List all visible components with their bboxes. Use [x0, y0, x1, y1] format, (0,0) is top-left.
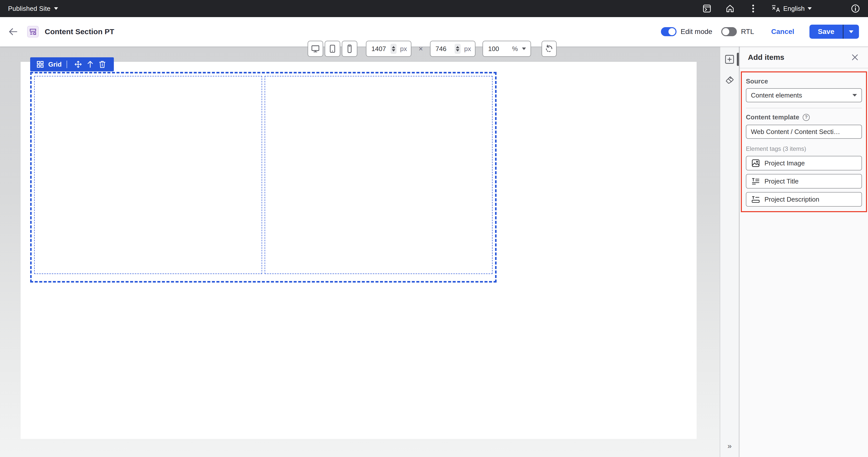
add-items-tab[interactable]	[723, 53, 736, 65]
info-icon[interactable]	[851, 4, 860, 13]
source-label: Source	[746, 78, 862, 85]
toolbar-divider	[67, 61, 67, 68]
height-input[interactable]: 746 px	[430, 41, 475, 57]
content-template-label: Content template	[746, 113, 799, 121]
height-value[interactable]: 746	[435, 45, 453, 53]
toggle-knob	[722, 28, 729, 35]
language-selector[interactable]: English	[771, 4, 812, 13]
stepper-down-icon[interactable]	[392, 49, 395, 52]
chevron-down-icon	[522, 48, 526, 50]
description-icon	[751, 195, 760, 204]
section-divider	[746, 108, 862, 108]
element-tags-label: Element tags (3 items)	[746, 145, 862, 152]
height-unit: px	[464, 45, 471, 53]
grid-columns	[34, 76, 493, 274]
zoom-unit: %	[512, 45, 518, 53]
desktop-preview-button[interactable]	[308, 41, 323, 57]
chevron-down-icon	[849, 30, 854, 33]
panel-header: Add items	[740, 47, 868, 68]
dimension-separator: ×	[418, 44, 423, 53]
applications-menu-icon[interactable]	[703, 4, 711, 13]
width-input[interactable]: 1407 px	[366, 41, 411, 57]
source-selected-value: Content elements	[751, 91, 802, 99]
source-select[interactable]: Content elements	[746, 88, 862, 102]
height-stepper[interactable]	[455, 44, 461, 54]
mobile-preview-button[interactable]	[342, 41, 358, 57]
help-icon[interactable]: ?	[803, 114, 810, 121]
cancel-button[interactable]: Cancel	[771, 28, 794, 36]
trash-icon[interactable]	[98, 60, 107, 69]
panel-title: Add items	[748, 53, 784, 62]
grid-column-2[interactable]	[265, 76, 493, 274]
tablet-preview-button[interactable]	[325, 41, 340, 57]
zoom-value: 100	[488, 45, 499, 53]
edit-mode-toggle[interactable]	[661, 27, 677, 36]
chevron-down-icon	[852, 94, 857, 96]
element-tag-label: Project Title	[765, 178, 799, 185]
kebab-menu-icon[interactable]	[749, 4, 758, 13]
stepper-down-icon[interactable]	[456, 49, 459, 52]
language-label: English	[783, 5, 805, 12]
site-selector[interactable]: Published Site	[8, 5, 58, 12]
stepper-up-icon[interactable]	[456, 46, 459, 48]
add-items-panel: Add items Source Content elements Conten…	[740, 47, 868, 457]
save-button[interactable]: Save	[809, 25, 843, 39]
content-template-input[interactable]: Web Content / Content Secti…	[746, 125, 862, 139]
element-tag-label: Project Image	[765, 159, 805, 167]
close-icon[interactable]	[850, 52, 860, 62]
chevron-down-icon	[808, 7, 812, 10]
translate-icon	[771, 4, 780, 13]
content-template-label-row: Content template ?	[746, 113, 862, 121]
topbar-actions: English	[703, 4, 860, 13]
width-stepper[interactable]	[391, 44, 397, 54]
chevron-down-icon	[54, 7, 58, 10]
title-icon	[751, 177, 760, 185]
zoom-select[interactable]: 100 %	[483, 41, 531, 57]
page-design-options-tab[interactable]	[723, 74, 736, 87]
rotate-viewport-button[interactable]	[541, 41, 557, 57]
viewport-controls: 1407 px × 746 px 100 %	[308, 41, 557, 57]
element-tag-project-title[interactable]: Project Title	[746, 174, 862, 188]
collapse-panel-icon[interactable]: »	[723, 440, 736, 452]
width-value[interactable]: 1407	[371, 45, 389, 53]
move-handle-icon[interactable]	[74, 60, 83, 69]
grid-icon	[36, 60, 45, 69]
toggle-knob	[669, 28, 676, 35]
toolbar-left-group: Content Section PT	[7, 17, 114, 46]
editor-workspace: Grid	[0, 47, 868, 457]
page-template-icon	[27, 26, 39, 37]
grid-element-toolbar: Grid	[30, 57, 114, 71]
toolbar-right-group: Edit mode RTL Cancel Save	[661, 17, 859, 46]
active-tab-indicator	[737, 53, 739, 66]
move-up-icon[interactable]	[86, 60, 95, 69]
site-selector-label: Published Site	[8, 5, 51, 12]
element-tag-project-image[interactable]: Project Image	[746, 156, 862, 171]
home-icon[interactable]	[725, 4, 735, 13]
grid-column-1[interactable]	[34, 76, 262, 274]
image-icon	[751, 159, 760, 167]
selected-grid-element[interactable]	[30, 72, 497, 282]
grid-toolbar-label: Grid	[48, 61, 62, 68]
highlighted-section: Source Content elements Content template…	[741, 71, 867, 212]
page-template-editor: Published Site	[0, 0, 868, 457]
page-title: Content Section PT	[45, 27, 114, 36]
element-tag-project-description[interactable]: Project Description	[746, 192, 862, 207]
save-options-button[interactable]	[843, 25, 859, 39]
back-button[interactable]	[7, 26, 19, 38]
stepper-up-icon[interactable]	[392, 46, 395, 48]
control-menu-bar: Published Site	[0, 0, 868, 17]
rtl-toggle[interactable]	[721, 27, 737, 36]
element-tag-label: Project Description	[765, 195, 819, 203]
width-unit: px	[400, 45, 407, 53]
editor-toolbar: Content Section PT	[0, 17, 868, 47]
sidebar-icon-strip: »	[720, 47, 739, 457]
rtl-label: RTL	[741, 28, 754, 36]
save-split-button: Save	[809, 25, 859, 39]
edit-mode-label: Edit mode	[681, 28, 712, 36]
